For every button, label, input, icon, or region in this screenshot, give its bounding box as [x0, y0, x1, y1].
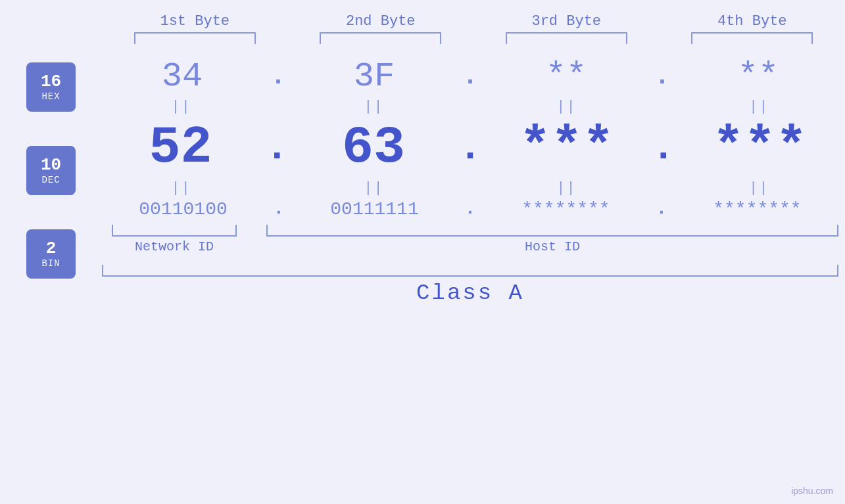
bin-b2-value: 00111111: [330, 199, 418, 219]
top-brackets: [0, 32, 845, 44]
dec-b3-value: ***: [519, 118, 614, 177]
bottom-section: Network ID Host ID: [95, 225, 845, 254]
eq2-b1: ||: [109, 180, 254, 196]
hex-b4-value: **: [738, 57, 779, 96]
network-bracket: [112, 225, 237, 237]
bracket-byte3: [506, 32, 627, 44]
bin-num: 2: [46, 239, 57, 258]
eq2-b2: ||: [302, 180, 447, 196]
main-container: 1st Byte 2nd Byte 3rd Byte 4th Byte 16 H…: [0, 0, 845, 504]
header-byte2: 2nd Byte: [308, 13, 453, 30]
host-id-label: Host ID: [525, 239, 580, 254]
bin-dot3: .: [656, 204, 667, 215]
bin-b1-cell: 00110100: [111, 199, 256, 219]
dec-b2-cell: 63: [301, 118, 446, 177]
bracket-byte1: [134, 32, 256, 44]
hex-badge: 16 HEX: [26, 62, 76, 112]
header-byte4: 4th Byte: [680, 13, 825, 30]
eq1-b3: ||: [494, 99, 639, 115]
hex-b3-cell: **: [494, 57, 639, 96]
hex-row: 34 . 3F . ** . **: [95, 57, 845, 96]
bin-b4-cell: ********: [685, 199, 829, 219]
dec-b1-value: 52: [149, 118, 212, 177]
bin-label: BIN: [41, 258, 60, 269]
hex-b3-value: **: [546, 57, 587, 96]
dec-b2-value: 63: [342, 118, 405, 177]
hex-b2-cell: 3F: [302, 57, 447, 96]
bin-b2-cell: 00111111: [302, 199, 447, 219]
class-section: Class A: [95, 265, 845, 306]
hex-b2-value: 3F: [354, 57, 395, 96]
hex-b1-cell: 34: [110, 57, 254, 96]
bin-b1-value: 00110100: [139, 199, 227, 219]
equals-row2: || || || ||: [95, 177, 845, 199]
dec-row: 52 . 63 . *** . ***: [95, 118, 845, 177]
host-bracket: [266, 225, 838, 237]
eq1-b1: ||: [109, 99, 254, 115]
bin-dot1: .: [274, 204, 285, 215]
hex-b4-cell: **: [686, 57, 831, 96]
dec-b1-cell: 52: [108, 118, 253, 177]
bin-b3-cell: ********: [493, 199, 638, 219]
bin-b4-value: ********: [713, 199, 801, 219]
dec-num: 10: [41, 156, 61, 175]
bin-row: 00110100 . 00111111 . ******** . *******…: [95, 199, 845, 219]
bracket-byte4: [691, 32, 813, 44]
hex-b1-value: 34: [162, 57, 203, 96]
equals-row1: || || || ||: [95, 96, 845, 118]
dec-dot1: .: [265, 136, 289, 160]
dec-badge: 10 DEC: [26, 146, 76, 195]
bin-badge: 2 BIN: [26, 229, 76, 279]
host-id-section: Host ID: [266, 225, 838, 254]
bin-b3-value: ********: [521, 199, 610, 219]
hex-dot2: .: [462, 69, 478, 85]
base-labels: 16 HEX 10 DEC 2 BIN: [26, 62, 76, 279]
bracket-byte2: [320, 32, 441, 44]
bin-dot2: .: [465, 204, 476, 215]
dec-b3-cell: ***: [495, 118, 639, 177]
header-byte3: 3rd Byte: [494, 13, 639, 30]
hex-dot3: .: [654, 69, 670, 85]
eq1-b4: ||: [687, 99, 831, 115]
hex-num: 16: [41, 72, 61, 91]
eq2-b4: ||: [687, 180, 831, 196]
header-byte1: 1st Byte: [122, 13, 267, 30]
rows-container: 34 . 3F . ** . ** || ||: [95, 57, 845, 306]
watermark: ipshu.com: [791, 486, 833, 496]
hex-dot1: .: [270, 69, 286, 85]
dec-dot3: .: [652, 136, 675, 160]
class-label: Class A: [102, 281, 838, 306]
network-id-section: Network ID: [102, 225, 247, 254]
dec-dot2: .: [458, 136, 482, 160]
eq2-b3: ||: [494, 180, 639, 196]
class-bracket: [102, 265, 838, 277]
network-id-label: Network ID: [135, 239, 214, 254]
eq1-b2: ||: [302, 99, 447, 115]
main-grid: 16 HEX 10 DEC 2 BIN 34 . 3F: [0, 57, 845, 306]
dec-b4-value: ***: [713, 118, 808, 177]
dec-label: DEC: [41, 175, 60, 185]
dec-b4-cell: ***: [688, 118, 833, 177]
byte-headers: 1st Byte 2nd Byte 3rd Byte 4th Byte: [0, 0, 845, 30]
hex-label: HEX: [41, 91, 60, 102]
